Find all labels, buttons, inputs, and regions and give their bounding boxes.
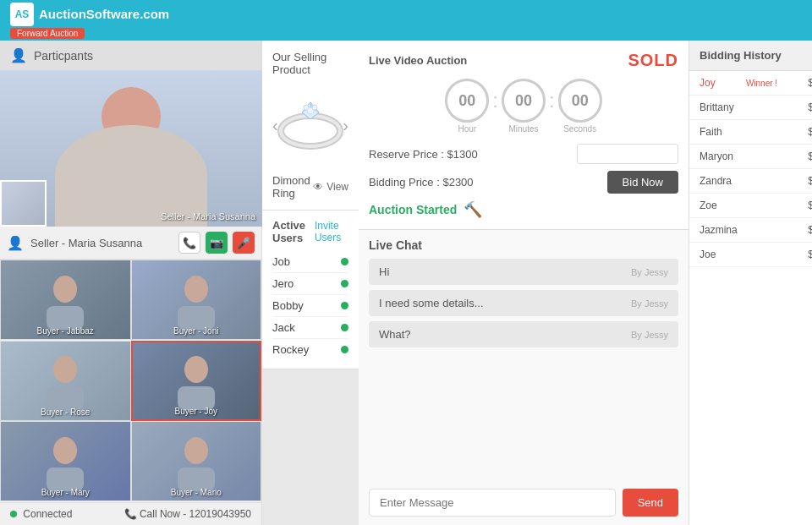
seller-name: Seller - Maria Susanna bbox=[30, 237, 172, 249]
svg-point-8 bbox=[53, 437, 77, 464]
bid-amount: $600 bbox=[808, 224, 812, 236]
product-next-btn[interactable]: › bbox=[343, 116, 348, 135]
seller-label: Seller - Maria Susanna bbox=[161, 211, 255, 221]
phone-small-icon: 📞 bbox=[124, 508, 137, 520]
svg-point-4 bbox=[53, 356, 77, 383]
bid-name: Zandra bbox=[700, 175, 732, 187]
middle-right: Our Selling Product ‹ bbox=[262, 41, 359, 525]
bid-amount: $900 bbox=[808, 126, 812, 138]
buyer-cell[interactable]: Buyer - Rose bbox=[0, 341, 131, 421]
user-row: Rockey bbox=[272, 339, 348, 360]
timer-hour: 00 Hour bbox=[445, 79, 489, 134]
buyer-cell[interactable]: Buyer - Joni bbox=[131, 260, 262, 340]
product-info-bar: Dimond Ring 👁 View bbox=[272, 174, 348, 200]
video-auction-panel: Live Video Auction SOLD 00 Hour : 00 Min… bbox=[359, 41, 689, 230]
reserve-price-input[interactable] bbox=[577, 144, 678, 164]
product-name: Dimond Ring bbox=[272, 174, 313, 200]
buyer-label: Buyer - Jabbaz bbox=[37, 326, 94, 336]
bid-amount: $300 bbox=[808, 175, 812, 187]
buyer-cell[interactable]: Buyer - Jabbaz bbox=[0, 260, 131, 340]
svg-point-18 bbox=[304, 105, 309, 110]
svg-point-13 bbox=[281, 116, 340, 146]
logo-icon: AS bbox=[10, 3, 34, 26]
buyer-cell[interactable]: Buyer - Mario bbox=[131, 421, 262, 501]
timer-minutes: 00 Minutes bbox=[502, 79, 546, 134]
video-auction-title: Live Video Auction bbox=[369, 54, 467, 67]
buyer-cell[interactable]: Buyer - Mary bbox=[0, 421, 131, 501]
timer-seconds: 00 Seconds bbox=[558, 79, 602, 134]
reserve-price-row: Reserve Price : $1300 bbox=[369, 144, 678, 164]
bid-amount: $200 bbox=[808, 150, 812, 162]
bid-row-item: Faith$900 bbox=[689, 120, 812, 145]
timer-hour-circle: 00 bbox=[445, 79, 489, 123]
product-prev-btn[interactable]: ‹ bbox=[272, 116, 278, 135]
bid-name: Joe bbox=[700, 249, 716, 260]
bid-price-label: Bidding Price : $2300 bbox=[369, 176, 474, 189]
chat-bubble: HiBy Jessy bbox=[369, 259, 678, 285]
active-users-header: Active Users Invite Users bbox=[272, 219, 348, 244]
timer-minutes-label: Minutes bbox=[508, 124, 538, 134]
chat-input-bar: Send bbox=[369, 489, 678, 517]
chat-bubble: I need some details...By Jessy bbox=[369, 290, 678, 316]
chat-input[interactable] bbox=[369, 489, 616, 517]
user-online-dot bbox=[341, 280, 348, 287]
seller-video: Seller - Maria Susanna bbox=[0, 70, 262, 227]
user-name: Jack bbox=[272, 321, 295, 334]
mic-icon[interactable]: 🎤 bbox=[233, 232, 255, 254]
chat-sender: By Jessy bbox=[631, 298, 668, 309]
timer-colon-1: : bbox=[492, 89, 498, 112]
bid-now-button[interactable]: Bid Now bbox=[607, 171, 678, 194]
user-name: Rockey bbox=[272, 343, 309, 356]
buyer-label: Buyer - Rose bbox=[41, 407, 90, 417]
person-icon: 👤 bbox=[10, 47, 27, 63]
active-users-panel: Active Users Invite Users JobJeroBobbyJa… bbox=[262, 211, 359, 369]
svg-point-0 bbox=[53, 276, 77, 303]
buyer-cell[interactable]: Buyer - Joy bbox=[131, 341, 262, 421]
user-row: Jack bbox=[272, 317, 348, 339]
logo-sub: Forward Auction bbox=[10, 28, 85, 39]
bid-row-item: Zoe$600 bbox=[689, 194, 812, 218]
reserve-price-label: Reserve Price : $1300 bbox=[369, 148, 478, 161]
connected-bar: Connected 📞 Call Now - 12019043950 bbox=[0, 502, 261, 525]
bid-row-item: JoyWinner !$800 bbox=[689, 71, 812, 96]
bid-row-item: Joe$400 bbox=[689, 243, 812, 267]
bid-row-item: Maryon$200 bbox=[689, 145, 812, 169]
chat-text: What? bbox=[379, 328, 411, 341]
video-icon[interactable]: 📷 bbox=[206, 232, 228, 254]
bid-name: Faith bbox=[700, 126, 722, 138]
svg-point-19 bbox=[312, 105, 317, 110]
product-image-area: ‹ bbox=[272, 83, 348, 167]
left-panel: 👤 Particpants Seller - Maria Susanna 👤 S… bbox=[0, 41, 262, 525]
timer-hour-label: Hour bbox=[458, 124, 476, 134]
buyers-grid: Buyer - JabbazBuyer - JoniBuyer - RoseBu… bbox=[0, 260, 261, 502]
seller-info-bar: 👤 Seller - Maria Susanna 📞 📷 🎤 bbox=[0, 227, 261, 260]
chat-text: Hi bbox=[379, 265, 389, 278]
bid-winner-label: Winner ! bbox=[746, 79, 777, 88]
user-online-dot bbox=[341, 302, 348, 309]
right-panels: Live Video Auction SOLD 00 Hour : 00 Min… bbox=[359, 41, 689, 525]
live-chat-panel: Live Chat HiBy JessyI need some details.… bbox=[359, 230, 689, 525]
bid-name: Joy bbox=[700, 77, 716, 89]
header: AS AuctionSoftware.com Forward Auction bbox=[0, 0, 812, 41]
svg-point-2 bbox=[184, 276, 208, 303]
timer-row: 00 Hour : 00 Minutes : 00 Seconds bbox=[369, 79, 678, 134]
bid-amount: $400 bbox=[808, 249, 812, 260]
invite-users-link[interactable]: Invite Users bbox=[315, 220, 348, 243]
phone-icon[interactable]: 📞 bbox=[178, 232, 200, 254]
buyer-label: Buyer - Mario bbox=[171, 488, 222, 497]
chat-sender: By Jessy bbox=[631, 330, 668, 340]
buyer-label: Buyer - Joni bbox=[173, 326, 218, 336]
user-name: Jero bbox=[272, 277, 294, 290]
bid-amount: $800 bbox=[808, 101, 812, 113]
product-panel: Our Selling Product ‹ bbox=[262, 41, 359, 211]
user-row: Bobby bbox=[272, 295, 348, 317]
bid-amount: $800 bbox=[808, 77, 812, 89]
bid-row-item: Jazmina$600 bbox=[689, 218, 812, 243]
send-button[interactable]: Send bbox=[623, 489, 678, 517]
auction-started-row: Auction Started 🔨 bbox=[369, 200, 678, 219]
view-button[interactable]: 👁 View bbox=[313, 181, 348, 193]
buyer-label: Buyer - Joy bbox=[174, 407, 217, 416]
bid-amount: $600 bbox=[808, 200, 812, 211]
hammer-icon: 🔨 bbox=[464, 200, 482, 219]
seller-person-icon: 👤 bbox=[7, 235, 24, 251]
